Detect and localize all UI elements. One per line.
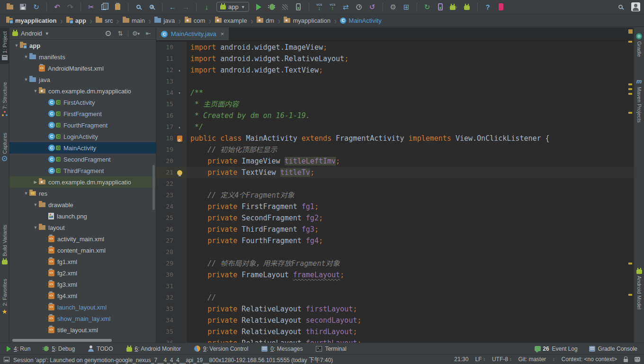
genymotion-icon[interactable] xyxy=(495,1,507,12)
open-icon[interactable] xyxy=(4,1,16,12)
fold-marker-icon[interactable]: ▾ xyxy=(173,87,186,99)
code-editor[interactable]: 10import android.widget.ImageView;11impo… xyxy=(156,41,634,343)
intention-bulb-icon[interactable] xyxy=(173,170,186,175)
tree-expand-icon[interactable]: ▼ xyxy=(13,43,20,48)
copy-icon[interactable] xyxy=(98,1,110,12)
stripe-item--structure[interactable]: 7: Structure xyxy=(0,78,9,120)
tree-expand-icon[interactable]: ▼ xyxy=(32,202,39,207)
tree-vertical-scrollbar[interactable] xyxy=(152,165,155,210)
tree-expand-icon[interactable]: ▶ xyxy=(32,180,39,184)
breadcrumb-item-myapplication[interactable]: myapplication xyxy=(282,17,332,24)
lock-icon[interactable] xyxy=(624,359,628,362)
editor-error-stripe[interactable] xyxy=(627,27,634,343)
todo-toolwindow[interactable]: TODO xyxy=(88,346,113,352)
compare-icon[interactable]: ⇄ xyxy=(340,1,352,12)
editor-area[interactable]: C MainActivity.java × 10import android.w… xyxy=(156,27,634,343)
sync-icon[interactable]: ↻ xyxy=(30,1,42,12)
tree-item-fg1-xml[interactable]: fg1.xml xyxy=(9,256,156,267)
stripe-item-maven-projects[interactable]: mMaven Projects xyxy=(634,74,644,127)
search-everywhere-icon[interactable] xyxy=(615,1,626,12)
version-control-toolwindow[interactable]: 9: Version Control xyxy=(194,346,248,352)
vcs-branch-widget[interactable]: Git: master xyxy=(518,356,546,363)
messages-toolwindow[interactable]: 0: Messages xyxy=(261,346,303,352)
caret-position-widget[interactable]: 21:30 xyxy=(454,356,468,363)
tree-item-MainActivity[interactable]: CMainActivity xyxy=(9,142,156,154)
settings-icon[interactable]: ⚙ xyxy=(387,1,399,12)
make-project-icon[interactable]: ↓ xyxy=(201,1,213,12)
gradle-console-button[interactable]: Gradle Console xyxy=(589,346,637,352)
breadcrumb-item-dm[interactable]: dm xyxy=(255,17,276,24)
avatar[interactable] xyxy=(631,2,640,11)
debug-toolwindow[interactable]: 5: Debug xyxy=(44,346,75,352)
stripe-item-android-model[interactable]: Android Model xyxy=(634,264,644,313)
tree-item-FirstFragment[interactable]: CFirstFragment xyxy=(9,108,156,119)
tree-item-LoginActivity[interactable]: CLoginActivity xyxy=(9,131,156,142)
line-ending-widget[interactable]: LF↕ xyxy=(475,356,485,363)
breadcrumb-item-app[interactable]: app xyxy=(65,17,88,24)
android-monitor-toolwindow[interactable]: 6: Android Monitor xyxy=(126,346,181,352)
tree-item-content_main-xml[interactable]: content_main.xml xyxy=(9,245,156,256)
tree-item-AndroidManifest-xml[interactable]: AndroidManifest.xml xyxy=(9,63,156,74)
breadcrumb-item-com[interactable]: com xyxy=(183,17,207,24)
tree-item-com-example-dm-myapplicatio[interactable]: ▶com.example.dm.myapplicatio xyxy=(9,176,156,188)
forward-icon[interactable]: → xyxy=(180,1,192,12)
undo-icon[interactable]: ↶ xyxy=(51,1,63,12)
locate-file-icon[interactable] xyxy=(103,29,113,38)
tree-expand-icon[interactable]: ▼ xyxy=(23,191,29,196)
fold-marker-icon[interactable]: ▴ xyxy=(173,64,186,76)
tree-item-launch_layout-xml[interactable]: launch_layout.xml xyxy=(9,301,156,313)
breadcrumb-item-MainActivity[interactable]: CMainActivity xyxy=(339,17,383,24)
run-configuration-selector[interactable]: app▼ xyxy=(216,2,249,12)
debug-icon[interactable] xyxy=(266,1,278,12)
tree-item-activity_main-xml[interactable]: activity_main.xml xyxy=(9,233,156,245)
breadcrumb-item-myapplication[interactable]: myapplication xyxy=(5,17,58,24)
attach-debugger-icon[interactable] xyxy=(293,1,304,12)
tree-expand-icon[interactable]: ▼ xyxy=(23,77,29,82)
tree-item-fg4-xml[interactable]: fg4.xml xyxy=(9,290,156,301)
tree-item-launch-png[interactable]: launch.png xyxy=(9,210,156,222)
tree-item-java[interactable]: ▼java xyxy=(9,74,156,85)
class-gutter-icon[interactable] xyxy=(173,136,186,142)
highlighting-level-icon[interactable] xyxy=(635,357,640,362)
stripe-item-captures[interactable]: Captures xyxy=(0,129,9,165)
breadcrumb-item-java[interactable]: java xyxy=(153,17,176,24)
paste-icon[interactable] xyxy=(112,1,124,12)
project-view-selector[interactable]: Android xyxy=(21,30,42,37)
gradle-sync-icon[interactable]: ↻ xyxy=(421,1,433,12)
tree-expand-icon[interactable]: ▼ xyxy=(23,55,29,59)
stripe-item--project[interactable]: 1: Project xyxy=(0,27,9,64)
tab-close-icon[interactable]: × xyxy=(221,30,224,37)
tree-item-layout[interactable]: ▼layout xyxy=(9,222,156,233)
tree-item-FirstActivity[interactable]: CFirstActivity xyxy=(9,97,156,108)
tree-item-FourthFragment[interactable]: CFourthFragment xyxy=(9,119,156,131)
find-icon[interactable] xyxy=(133,1,144,12)
recent-changes-icon[interactable] xyxy=(353,1,365,12)
rollback-icon[interactable]: ↺ xyxy=(367,1,378,12)
gear-icon[interactable]: ⚙▾ xyxy=(131,29,141,38)
tab-mainactivity[interactable]: C MainActivity.java × xyxy=(156,27,229,40)
tree-item-SecondFragment[interactable]: CSecondFragment xyxy=(9,154,156,165)
back-icon[interactable]: ← xyxy=(167,1,179,12)
toolwindow-switcher-icon[interactable] xyxy=(4,357,9,362)
stripe-item-build-variants[interactable]: Build Variants xyxy=(0,221,9,268)
vcs-commit-icon[interactable]: VCS↑ xyxy=(327,1,339,12)
tree-item-res[interactable]: ▼res xyxy=(9,188,156,199)
tree-item-show_main_lay-xml[interactable]: show_main_lay.xml xyxy=(9,313,156,324)
tree-item-manifests[interactable]: ▼manifests xyxy=(9,51,156,63)
cut-icon[interactable]: ✂ xyxy=(85,1,97,12)
stripe-item--favorites[interactable]: 2: Favorites★ xyxy=(0,275,9,318)
context-widget[interactable]: Context: <no context> xyxy=(562,356,617,363)
tree-expand-icon[interactable]: ▼ xyxy=(32,225,39,230)
tree-item-com-example-dm-myapplicatio[interactable]: ▼com.example.dm.myapplicatio xyxy=(9,85,156,97)
run-toolwindow[interactable]: 4: Run xyxy=(7,346,30,352)
tree-horizontal-scrollbar[interactable] xyxy=(12,339,112,342)
breadcrumb-item-main[interactable]: main xyxy=(121,17,146,24)
device-monitor-icon[interactable] xyxy=(461,1,473,12)
avd-manager-icon[interactable] xyxy=(435,1,447,12)
replace-icon[interactable] xyxy=(146,1,158,12)
tree-item-title_layout-xml[interactable]: title_layout.xml xyxy=(9,324,156,336)
breadcrumb-item-example[interactable]: example xyxy=(214,17,249,24)
tree-item-fg3-xml[interactable]: fg3.xml xyxy=(9,279,156,290)
chevron-down-icon[interactable]: ▼ xyxy=(45,31,49,36)
save-icon[interactable] xyxy=(17,1,29,12)
